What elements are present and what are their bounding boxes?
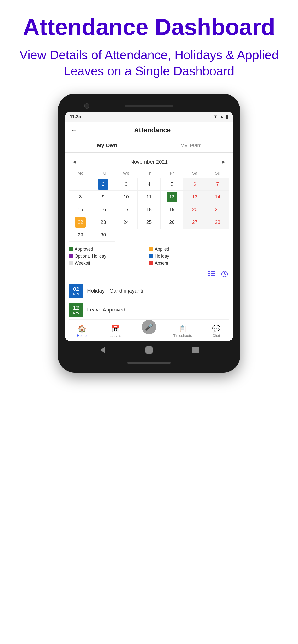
table-row[interactable]: 6 xyxy=(183,178,206,190)
table-row[interactable]: 13 xyxy=(183,190,206,203)
event-item-holiday[interactable]: 02 Nov Holiday - Gandhi jayanti xyxy=(69,282,229,300)
table-row[interactable]: 9 xyxy=(92,190,115,203)
mic-button[interactable]: 🎤 xyxy=(142,320,156,334)
page-title: Attendance Dashboard xyxy=(19,14,279,40)
table-row[interactable]: 12 xyxy=(161,190,183,203)
table-row[interactable]: 11 xyxy=(137,190,160,203)
back-button[interactable]: ← xyxy=(71,126,77,134)
table-row[interactable]: 25 xyxy=(137,216,160,228)
table-row[interactable]: 21 xyxy=(206,203,229,216)
day-header-mo: Mo xyxy=(69,169,92,178)
legend-applied: Applied xyxy=(149,247,229,252)
app-header: ← Attendance xyxy=(65,122,233,138)
nav-chat[interactable]: 💬 Chat xyxy=(199,325,233,338)
table-row[interactable]: 10 xyxy=(115,190,137,203)
table-row[interactable]: 26 xyxy=(161,216,183,228)
optional-dot xyxy=(69,254,73,258)
bottom-nav: 🏠 Home 📅 Leaves 🎤 📋 Timesheets 💬 Chat xyxy=(65,322,233,341)
table-row xyxy=(206,228,229,241)
phone-bottom-bar xyxy=(65,341,233,359)
home-icon: 🏠 xyxy=(78,325,86,332)
table-row[interactable]: 7 xyxy=(206,178,229,190)
prev-month-button[interactable]: ◄ xyxy=(69,158,80,166)
table-row[interactable]: 4 xyxy=(137,178,160,190)
weekoff-dot xyxy=(69,261,73,265)
nav-timesheets-label: Timesheets xyxy=(174,334,192,338)
svg-rect-4 xyxy=(208,275,210,276)
table-row[interactable]: 29 xyxy=(69,228,92,241)
nav-chat-label: Chat xyxy=(212,334,220,338)
table-row[interactable]: 17 xyxy=(115,203,137,216)
events-section: 02 Nov Holiday - Gandhi jayanti 12 Nov L… xyxy=(65,282,233,322)
table-row[interactable]: 30 xyxy=(92,228,115,241)
svg-line-8 xyxy=(225,274,226,275)
clock-icon[interactable] xyxy=(220,270,229,279)
table-row[interactable]: 14 xyxy=(206,190,229,203)
status-bar: 11:25 ▼ ▲ ▮ xyxy=(65,112,233,122)
table-row[interactable]: 22 xyxy=(69,216,92,228)
phone-camera xyxy=(84,103,89,108)
table-row[interactable]: 24 xyxy=(115,216,137,228)
table-row[interactable]: 5 xyxy=(161,178,183,190)
svg-rect-1 xyxy=(211,271,215,272)
back-hw-button[interactable] xyxy=(98,345,107,355)
table-row[interactable]: 8 xyxy=(69,190,92,203)
home-hw-button[interactable] xyxy=(144,345,154,355)
table-row[interactable]: 16 xyxy=(92,203,115,216)
app-title: Attendance xyxy=(77,126,227,134)
calendar: ◄ November 2021 ► Mo Tu We Th Fr Sa Su xyxy=(65,152,233,244)
battery-icon: ▮ xyxy=(226,114,228,120)
phone-chin xyxy=(65,359,233,365)
table-row xyxy=(137,228,160,241)
table-row[interactable]: 18 xyxy=(137,203,160,216)
event-text-holiday: Holiday - Gandhi jayanti xyxy=(87,288,143,294)
table-row[interactable]: 15 xyxy=(69,203,92,216)
svg-rect-2 xyxy=(208,273,210,274)
phone-speaker xyxy=(125,105,173,107)
list-view-icon[interactable] xyxy=(207,270,216,279)
day-header-we: We xyxy=(115,169,137,178)
table-row[interactable]: 23 xyxy=(92,216,115,228)
table-row[interactable]: 27 xyxy=(183,216,206,228)
phone-frame: 11:25 ▼ ▲ ▮ ← Attendance My Own My Team … xyxy=(58,94,240,372)
approved-dot xyxy=(69,247,73,251)
phone-top-bar xyxy=(65,101,233,112)
legend-absent: Absent xyxy=(149,261,229,266)
day-header-th: Th xyxy=(137,169,160,178)
table-row[interactable]: 20 xyxy=(183,203,206,216)
tab-my-team[interactable]: My Team xyxy=(149,138,233,152)
nav-home-label: Home xyxy=(77,334,87,338)
leaves-icon: 📅 xyxy=(111,325,120,332)
chat-icon: 💬 xyxy=(212,325,221,332)
nav-leaves[interactable]: 📅 Leaves xyxy=(99,325,132,338)
nav-home[interactable]: 🏠 Home xyxy=(65,325,99,338)
absent-dot xyxy=(149,261,153,265)
next-month-button[interactable]: ► xyxy=(218,158,229,166)
recents-hw-button[interactable] xyxy=(191,345,200,355)
applied-dot xyxy=(149,247,153,251)
event-date-badge-holiday: 02 Nov xyxy=(69,284,83,298)
calendar-month: November 2021 xyxy=(130,159,168,165)
day-header-sa: Sa xyxy=(183,169,206,178)
legend-weekoff: Weekoff xyxy=(69,261,149,266)
chin-bar xyxy=(127,362,171,364)
event-date-badge-approved: 12 Nov xyxy=(69,303,83,317)
signal-icon: ▲ xyxy=(220,114,224,119)
nav-leaves-label: Leaves xyxy=(110,334,121,338)
nav-timesheets[interactable]: 📋 Timesheets xyxy=(166,325,199,338)
table-row[interactable]: 2 xyxy=(92,178,115,190)
table-row[interactable]: 3 xyxy=(115,178,137,190)
wifi-icon: ▼ xyxy=(213,114,218,119)
table-row[interactable]: 19 xyxy=(161,203,183,216)
tabs: My Own My Team xyxy=(65,138,233,152)
table-row xyxy=(161,228,183,241)
tab-my-own[interactable]: My Own xyxy=(65,138,149,152)
event-item-approved[interactable]: 12 Nov Leave Approved xyxy=(69,300,229,319)
nav-mic-wrapper: 🎤 xyxy=(132,325,166,338)
page-header: Attendance Dashboard View Details of Att… xyxy=(0,0,298,89)
table-row xyxy=(183,228,206,241)
legend-approved: Approved xyxy=(69,247,149,252)
day-header-tu: Tu xyxy=(92,169,115,178)
table-row[interactable]: 28 xyxy=(206,216,229,228)
day-header-fr: Fr xyxy=(161,169,183,178)
